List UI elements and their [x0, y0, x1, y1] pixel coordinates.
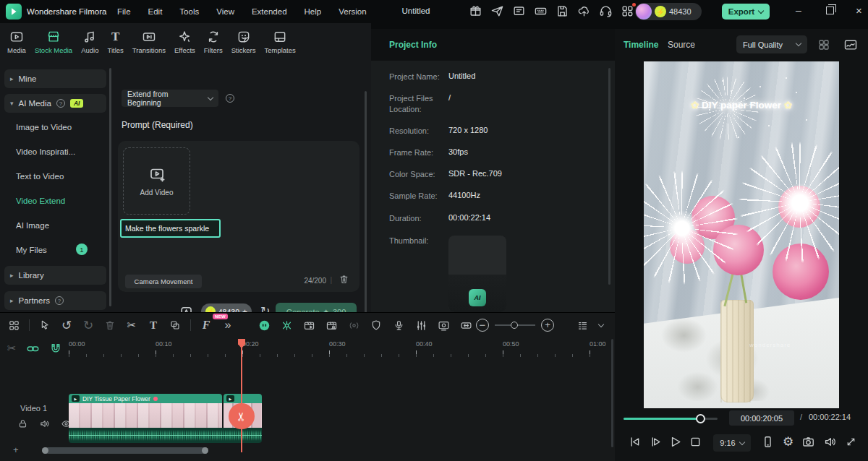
tab-media[interactable]: Media	[3, 25, 30, 59]
voiceover-mic-icon[interactable]	[389, 316, 408, 335]
credits-pill[interactable]: ⚡ 48430	[635, 3, 702, 20]
clip-header[interactable]: ▶ DIY Tissue Paper Flower	[69, 394, 222, 403]
scopes-icon[interactable]	[843, 38, 858, 52]
timeline-h-scrollbar[interactable]	[42, 447, 208, 454]
current-time-box[interactable]: 00:00:20:05	[729, 410, 794, 426]
text-tool-icon[interactable]: T	[144, 316, 163, 335]
help-icon[interactable]: ?	[55, 296, 64, 305]
playhead-line[interactable]	[241, 339, 242, 452]
split-at-playhead-button[interactable]: ✂	[229, 403, 255, 429]
snapshot-camera-icon[interactable]	[801, 435, 815, 449]
share-icon[interactable]	[490, 4, 504, 18]
camera-movement-button[interactable]: Camera Movement	[125, 275, 202, 288]
tab-audio[interactable]: Audio	[77, 25, 103, 59]
clip-header-extended[interactable]: ▶	[224, 394, 262, 403]
tab-stickers[interactable]: Stickers	[227, 25, 260, 59]
zoom-slider-handle[interactable]	[511, 322, 518, 329]
scene-detect-icon[interactable]	[322, 316, 341, 335]
menu-file[interactable]: File	[117, 7, 131, 16]
seek-bar[interactable]	[624, 418, 718, 420]
tab-timeline[interactable]: Timeline	[624, 40, 658, 50]
quality-dropdown[interactable]: Full Quality	[736, 35, 807, 53]
zoom-out-icon[interactable]: −	[476, 319, 489, 332]
screen-record-icon[interactable]	[434, 316, 453, 335]
menu-version[interactable]: Version	[339, 7, 366, 16]
multi-view-icon[interactable]	[817, 38, 830, 51]
stop-button[interactable]	[689, 435, 702, 449]
record-icon[interactable]	[344, 316, 363, 335]
tab-effects[interactable]: Effects	[170, 25, 200, 59]
tab-titles[interactable]: TTitles	[103, 25, 127, 59]
help-icon[interactable]: ?	[56, 99, 65, 108]
next-frame-button[interactable]	[648, 435, 662, 449]
menu-help[interactable]: Help	[305, 7, 322, 16]
auto-ripple-icon[interactable]	[456, 316, 475, 335]
sidebar-item-my-files[interactable]: My Files	[16, 246, 47, 254]
previous-frame-button[interactable]	[628, 435, 642, 449]
sidebar-item-video-extend[interactable]: Video Extend	[16, 197, 65, 205]
delete-icon[interactable]	[101, 316, 119, 335]
video-preview[interactable]: ✿ DIY paper Flower ✿ wondershare	[644, 61, 839, 408]
feedback-icon[interactable]	[512, 4, 526, 18]
crop-mask-icon[interactable]	[166, 316, 184, 335]
undo-icon[interactable]: ↺	[57, 316, 76, 335]
seek-handle[interactable]	[696, 414, 705, 423]
extend-mode-dropdown[interactable]: Extend from Beginning	[122, 90, 218, 107]
sidebar-item-ai-image[interactable]: AI Image	[16, 221, 49, 230]
ai-copilot-icon[interactable]	[255, 316, 273, 335]
apps-grid-button[interactable]	[621, 4, 634, 18]
prompt-input[interactable]: Make the flowers sparkle	[120, 219, 221, 238]
split-scissors-icon[interactable]: ✂	[122, 316, 141, 335]
close-button[interactable]: ×	[856, 4, 862, 17]
volume-icon[interactable]	[823, 435, 837, 449]
sidebar-group-mine[interactable]: ▸ Mine	[4, 69, 106, 88]
track-mute-icon[interactable]	[39, 418, 50, 429]
prompt-area[interactable]: Add Video Make the flowers sparkle Camer…	[118, 141, 359, 292]
link-clips-icon[interactable]	[26, 342, 40, 356]
support-headset-icon[interactable]	[599, 4, 613, 18]
menu-tools[interactable]: Tools	[179, 7, 199, 16]
snap-magnet-icon[interactable]	[49, 342, 62, 355]
extend-help-icon[interactable]: ?	[226, 94, 234, 103]
split-screen-icon[interactable]	[299, 316, 318, 335]
toolbar-panel-layout-icon[interactable]	[4, 316, 23, 335]
device-preview-icon[interactable]	[761, 435, 775, 449]
save-icon[interactable]	[556, 4, 569, 18]
export-button[interactable]: Export	[722, 4, 770, 20]
track-lock-icon[interactable]	[17, 418, 28, 429]
menu-view[interactable]: View	[216, 7, 234, 16]
play-button[interactable]	[668, 435, 682, 449]
ai-effects-icon[interactable]	[277, 316, 296, 335]
split-mode-scissors-icon[interactable]: ✂	[7, 342, 17, 355]
timeline-v-scrollbar[interactable]	[611, 339, 613, 447]
tab-transitions[interactable]: Transitions	[128, 25, 170, 59]
shortcut-keyboard-icon[interactable]	[534, 4, 548, 18]
menu-extended[interactable]: Extended	[252, 7, 287, 16]
sidebar-item-image-to-video[interactable]: Image to Video	[16, 123, 72, 132]
fullscreen-icon[interactable]	[845, 436, 857, 448]
sidebar-group-partners[interactable]: ▸ Partners ?	[4, 291, 106, 310]
content-scrollbar[interactable]	[365, 91, 367, 322]
tab-stock-media[interactable]: Stock Media	[30, 25, 77, 59]
audio-mixer-icon[interactable]	[412, 316, 430, 335]
sidebar-group-library[interactable]: ▸ Library	[4, 266, 106, 285]
scrollbar-left-handle[interactable]	[42, 447, 48, 454]
sidebar-item-video-inspiration[interactable]: Video Inspirati...	[16, 147, 75, 156]
menu-edit[interactable]: Edit	[148, 7, 163, 16]
timeline-zoom-slider[interactable]	[495, 324, 535, 326]
add-track-plus[interactable]: +	[13, 444, 19, 455]
add-video-dropzone[interactable]: Add Video	[123, 147, 190, 215]
zoom-in-icon[interactable]: +	[541, 319, 554, 332]
playback-settings-icon[interactable]: ⚙	[783, 435, 793, 449]
sidebar-item-text-to-video[interactable]: Text to Video	[16, 172, 64, 181]
scrollbar-right-handle[interactable]	[202, 447, 208, 454]
aspect-ratio-dropdown[interactable]: 9:16	[713, 434, 751, 452]
redo-icon[interactable]: ↻	[79, 316, 98, 335]
timeline-ruler[interactable]: 00:00 00:10 00:20 00:30 00:40 00:50 01:0…	[69, 340, 597, 359]
tab-templates[interactable]: Templates	[260, 25, 299, 59]
clear-prompt-trash-icon[interactable]	[339, 274, 349, 285]
gift-icon[interactable]	[469, 4, 482, 18]
sidebar-group-ai-media[interactable]: ▾ AI Media ? AI	[4, 94, 106, 113]
tab-filters[interactable]: Filters	[200, 25, 227, 59]
project-info-scrollbar[interactable]	[608, 68, 610, 285]
